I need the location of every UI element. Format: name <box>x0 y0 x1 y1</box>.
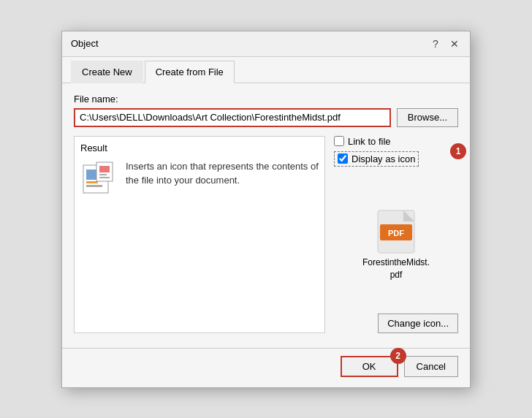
ok-button[interactable]: OK <box>341 356 398 377</box>
link-to-file-row: Link to file <box>334 136 458 147</box>
svg-rect-5 <box>99 166 110 172</box>
object-dialog: Object ? ✕ Create New Create from File F… <box>61 31 471 388</box>
main-area: Result Inserts an icon that rep <box>74 136 458 333</box>
icon-preview-area: PDF ForestintheMidst.pdf <box>334 178 458 314</box>
link-to-file-checkbox[interactable] <box>334 136 344 146</box>
dialog-title: Object <box>71 38 99 49</box>
pdf-icon-label: ForestintheMidst.pdf <box>362 256 430 281</box>
dialog-footer: OK 2 Cancel <box>62 348 470 387</box>
tab-create-from-file[interactable]: Create from File <box>145 61 235 83</box>
badge-2: 2 <box>390 348 406 364</box>
display-as-icon-row: Display as icon <box>334 151 419 167</box>
display-as-icon-label[interactable]: Display as icon <box>352 153 415 164</box>
display-as-icon-wrapper: Display as icon 1 <box>334 151 458 167</box>
browse-button[interactable]: Browse... <box>397 108 458 127</box>
svg-rect-6 <box>99 174 107 175</box>
svg-rect-7 <box>99 177 110 178</box>
title-controls: ? ✕ <box>429 37 461 50</box>
right-panel: Link to file Display as icon 1 <box>334 136 458 333</box>
close-button[interactable]: ✕ <box>448 37 461 50</box>
tab-create-new[interactable]: Create New <box>71 61 143 83</box>
checkboxes-area: Link to file Display as icon 1 <box>334 136 458 167</box>
display-as-icon-checkbox[interactable] <box>338 153 348 164</box>
pdf-icon-container: PDF ForestintheMidst.pdf <box>362 210 430 281</box>
link-to-file-label[interactable]: Link to file <box>348 136 391 147</box>
help-button[interactable]: ? <box>429 37 442 50</box>
svg-rect-3 <box>86 185 102 187</box>
insert-object-icon <box>80 159 118 197</box>
ok-btn-wrapper: OK 2 <box>341 356 398 377</box>
svg-text:PDF: PDF <box>388 229 404 238</box>
pdf-file-icon: PDF <box>377 210 415 254</box>
file-name-label: File name: <box>74 94 458 104</box>
file-input[interactable] <box>74 108 391 127</box>
badge-1: 1 <box>450 143 466 159</box>
result-panel: Result Inserts an icon that rep <box>74 136 325 333</box>
result-title: Result <box>80 142 319 153</box>
result-inner: Inserts an icon that represents the cont… <box>80 159 319 197</box>
tabs-container: Create New Create from File <box>62 60 470 83</box>
cancel-button[interactable]: Cancel <box>404 356 458 377</box>
change-icon-button[interactable]: Change icon... <box>378 314 458 333</box>
dialog-content: File name: Browse... Result <box>62 83 470 341</box>
result-description: Inserts an icon that represents the cont… <box>126 159 319 188</box>
title-bar: Object ? ✕ <box>62 31 470 57</box>
file-row: Browse... <box>74 108 458 127</box>
